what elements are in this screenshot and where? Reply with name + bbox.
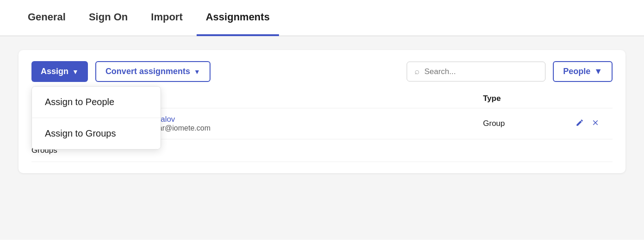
- people-chevron-icon: ▼: [594, 67, 602, 76]
- col-type-header: Type: [483, 94, 576, 103]
- assign-chevron-icon: ▼: [72, 68, 79, 75]
- convert-label: Convert assignments: [105, 67, 190, 76]
- main-content: Assign ▼ Convert assignments ▼ ⌕ People …: [0, 36, 644, 240]
- convert-chevron-icon: ▼: [194, 68, 200, 75]
- toolbar-row: Assign ▼ Convert assignments ▼ ⌕ People …: [31, 61, 613, 82]
- toolbar-card: Assign ▼ Convert assignments ▼ ⌕ People …: [19, 50, 625, 173]
- close-icon[interactable]: [591, 119, 600, 129]
- assign-dropdown-menu: Assign to People Assign to Groups: [31, 86, 161, 150]
- assign-to-people-item[interactable]: Assign to People: [32, 87, 161, 118]
- assign-to-groups-item[interactable]: Assign to Groups: [32, 118, 161, 149]
- row-type: Group: [483, 119, 576, 128]
- tabs-bar: General Sign On Import Assignments: [0, 0, 644, 36]
- person-info: Dadalov vugar@iomete.com: [124, 115, 483, 132]
- edit-icon[interactable]: [576, 119, 584, 129]
- row-actions: [576, 119, 613, 129]
- search-input[interactable]: [424, 67, 538, 76]
- people-label: People: [563, 67, 590, 76]
- search-container: ⌕: [407, 62, 545, 81]
- people-filter-button[interactable]: People ▼: [553, 61, 613, 82]
- tab-sign-on[interactable]: Sign On: [80, 0, 137, 36]
- convert-assignments-button[interactable]: Convert assignments ▼: [95, 61, 211, 82]
- tab-assignments[interactable]: Assignments: [197, 0, 279, 36]
- tab-import[interactable]: Import: [142, 0, 192, 36]
- tab-general[interactable]: General: [19, 0, 75, 36]
- assign-label: Assign: [41, 67, 68, 76]
- search-icon: ⌕: [415, 67, 420, 76]
- assign-button[interactable]: Assign ▼: [31, 61, 88, 82]
